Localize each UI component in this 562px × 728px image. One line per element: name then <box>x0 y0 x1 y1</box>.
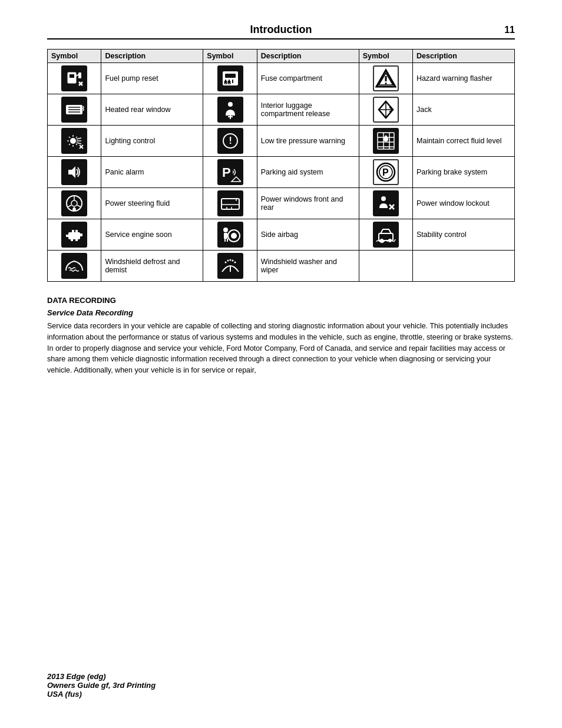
svg-point-103 <box>234 262 236 263</box>
desc-washer: Windshield washer and wiper <box>257 251 359 282</box>
desc-fuse: Fuse compartment <box>257 63 359 94</box>
svg-rect-84 <box>220 224 241 245</box>
svg-point-101 <box>229 259 231 261</box>
symbol-jack <box>359 94 412 126</box>
svg-rect-78 <box>72 230 74 232</box>
col-header-desc2: Description <box>257 50 359 63</box>
stability-icon <box>373 222 399 248</box>
symbol-empty <box>359 251 412 282</box>
desc-luggage: Interior luggage compartment release <box>257 94 359 126</box>
data-recording-section: DATA RECORDING Service Data Recording Se… <box>47 296 515 376</box>
symbol-lighting <box>48 126 101 157</box>
desc-empty <box>413 251 515 282</box>
defrost-icon <box>61 253 87 279</box>
symbol-parking-aid: P <box>203 157 257 188</box>
symbol-fluid <box>359 126 412 157</box>
symbol-heated-rear <box>48 94 101 126</box>
svg-rect-77 <box>68 232 80 239</box>
symbol-defrost <box>48 251 101 282</box>
footer-line1: 2013 Edge (edg) <box>47 672 156 681</box>
svg-rect-79 <box>75 230 78 232</box>
table-row: Heated rear window Interior luggage comp… <box>48 94 515 126</box>
col-header-symbol1: Symbol <box>48 50 101 63</box>
desc-panic: Panic alarm <box>101 157 203 188</box>
footer-line2: Owners Guide gf, 3rd Printing <box>47 681 156 690</box>
data-recording-subtitle: Service Data Recording <box>47 308 515 317</box>
symbols-table: Symbol Description Symbol Description Sy… <box>47 49 515 282</box>
col-header-desc1: Description <box>101 50 203 63</box>
desc-hazard: Hazard warning flasher <box>413 63 515 94</box>
svg-point-32 <box>70 138 76 144</box>
page-header: Introduction 11 <box>47 24 515 39</box>
table-row: Lighting control ! Low tire pressure war… <box>48 126 515 157</box>
svg-rect-10 <box>225 74 236 78</box>
desc-fuel-pump: Fuel pump reset <box>101 63 203 94</box>
symbol-panic <box>48 157 101 188</box>
col-header-desc3: Description <box>413 50 515 63</box>
svg-point-90 <box>231 233 237 239</box>
parking-brake-icon: P <box>373 159 399 185</box>
page-title: Introduction <box>65 24 497 36</box>
svg-rect-88 <box>227 239 228 242</box>
svg-point-25 <box>228 102 233 107</box>
parking-aid-icon: P <box>217 159 243 185</box>
svg-rect-86 <box>224 233 227 239</box>
desc-service-engine: Service engine soon <box>101 219 203 251</box>
desc-power-windows: Power windows front and rear <box>257 188 359 219</box>
svg-rect-81 <box>80 233 82 236</box>
desc-parking-brake: Parking brake system <box>413 157 515 188</box>
svg-rect-4 <box>78 73 81 78</box>
svg-rect-2 <box>70 74 74 78</box>
svg-text:P: P <box>382 167 389 177</box>
svg-point-100 <box>227 260 229 262</box>
col-header-symbol2: Symbol <box>203 50 257 63</box>
symbol-power-windows <box>203 188 257 219</box>
svg-point-18 <box>385 83 386 84</box>
table-row: Service engine soon <box>48 219 515 251</box>
svg-text:uu: uu <box>224 79 231 85</box>
desc-side-airbag: Side airbag <box>257 219 359 251</box>
table-row: Panic alarm P Parking aid system <box>48 157 515 188</box>
svg-point-85 <box>223 228 228 232</box>
power-steering-icon <box>61 190 87 216</box>
svg-text:P: P <box>222 165 231 180</box>
panic-icon <box>61 159 87 185</box>
symbol-stability <box>359 219 412 251</box>
service-engine-icon <box>61 222 87 248</box>
symbol-fuel-pump <box>48 63 101 94</box>
svg-rect-80 <box>66 235 68 237</box>
symbol-luggage <box>203 94 257 126</box>
data-recording-title: DATA RECORDING <box>47 296 515 305</box>
symbol-washer <box>203 251 257 282</box>
symbol-power-steering <box>48 188 101 219</box>
svg-rect-72 <box>375 193 396 214</box>
page-number: 11 <box>497 25 515 35</box>
svg-point-73 <box>381 196 386 201</box>
table-row: Fuel pump reset uu Fuse compartment <box>48 63 515 94</box>
desc-window-lockout: Power window lockout <box>413 188 515 219</box>
power-windows-icon <box>217 190 243 216</box>
symbol-parking-brake: P <box>359 157 412 188</box>
data-recording-body: Service data recorders in your vehicle a… <box>47 321 515 376</box>
col-header-symbol3: Symbol <box>359 50 412 63</box>
symbol-hazard <box>359 63 412 94</box>
desc-heated-rear: Heated rear window <box>101 94 203 126</box>
desc-jack: Jack <box>413 94 515 126</box>
side-airbag-icon <box>217 222 243 248</box>
table-row: Power steering fluid Power windows f <box>48 188 515 219</box>
desc-fluid: Maintain correct fluid level <box>413 126 515 157</box>
symbol-service-engine <box>48 219 101 251</box>
symbol-window-lockout <box>359 188 412 219</box>
heated-rear-icon <box>61 97 87 123</box>
svg-rect-82 <box>71 239 73 241</box>
svg-rect-83 <box>75 239 78 241</box>
fuse-icon: uu <box>217 65 243 91</box>
svg-rect-69 <box>220 193 241 214</box>
fuel-pump-icon <box>61 65 87 91</box>
table-row: Windshield defrost and demist <box>48 251 515 282</box>
hazard-icon <box>373 65 399 91</box>
symbol-fuse: uu <box>203 63 257 94</box>
svg-point-99 <box>224 262 226 263</box>
washer-icon <box>217 253 243 279</box>
symbol-side-airbag <box>203 219 257 251</box>
